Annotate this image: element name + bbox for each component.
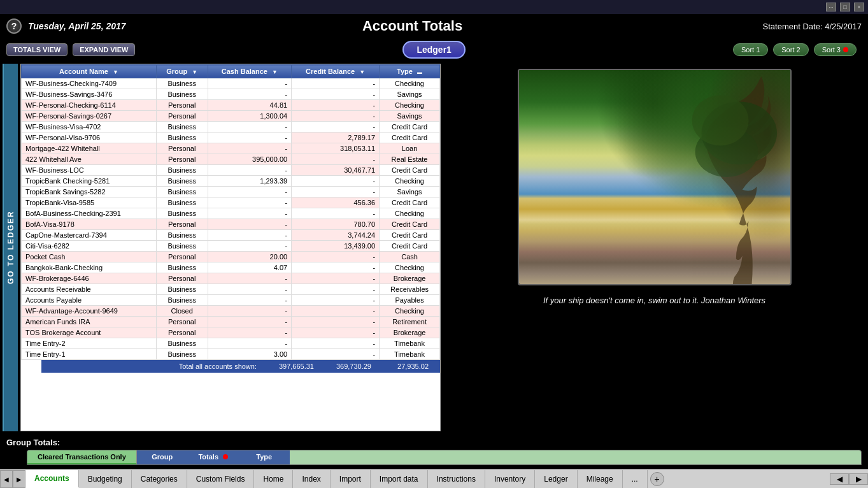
cell-cash: 1,300.04 [208,111,292,122]
table-row[interactable]: Citi-Visa-6282 Business - 13,439.00 Cred… [22,241,440,252]
cell-type: Loan [380,143,440,154]
tab-item-home[interactable]: Home [254,470,293,488]
cell-name: Time Entry-2 [22,338,157,349]
cell-cash: - [208,241,292,252]
cell-credit: - [292,100,380,111]
cell-credit: 780.70 [292,219,380,230]
tab-item-categories[interactable]: Categories [132,470,187,488]
totals-view-button[interactable]: TOTALS VIEW [6,43,68,56]
cell-credit: - [292,111,380,122]
cell-name: TropicBank-Visa-9585 [22,197,157,208]
cell-type: Checking [380,176,440,187]
table-row[interactable]: Accounts Receivable Business - - Receiva… [22,284,440,295]
title-bar: ··· □ × [0,0,868,14]
sort1-button[interactable]: Sort 1 [733,43,768,56]
table-row[interactable]: Bangkok-Bank-Checking Business 4.07 - Ch… [22,262,440,273]
tab-item-budgeting[interactable]: Budgeting [79,470,132,488]
table-row[interactable]: WF-Business-Savings-3476 Business - - Sa… [22,89,440,100]
table-row[interactable]: WF-Advantage-Account-9649 Closed - - Che… [22,306,440,317]
cell-name: Pocket Cash [22,252,157,262]
tab-item-custom-fields[interactable]: Custom Fields [187,470,255,488]
cell-cash: - [208,89,292,100]
col-type[interactable]: Type ▬ [380,65,440,78]
table-row[interactable]: Accounts Payable Business - - Payables [22,295,440,306]
table-row[interactable]: TropicBank Checking-5281 Business 1,293.… [22,176,440,187]
menu-btn[interactable]: ··· [826,3,836,11]
tab-item-ledger[interactable]: Ledger [535,470,577,488]
cell-group: Business [156,176,208,187]
tab-item-index[interactable]: Index [293,470,330,488]
gt-group[interactable]: Group [137,450,188,464]
col-credit-balance[interactable]: Credit Balance ▼ [292,65,380,78]
cell-name: 422 Whitehall Ave [22,154,157,165]
scroll-left-btn[interactable]: ◀ [830,473,849,485]
table-row[interactable]: WF-Personal-Savings-0267 Personal 1,300.… [22,111,440,122]
sort2-button[interactable]: Sort 2 [773,43,808,56]
close-btn[interactable]: × [854,3,864,11]
col-account-name[interactable]: Account Name ▼ [22,65,157,78]
cell-credit: - [292,306,380,317]
tab-item-import[interactable]: Import [331,470,371,488]
table-row[interactable]: TOS Brokerage Account Personal - - Broke… [22,327,440,338]
col-group[interactable]: Group ▼ [156,65,208,78]
table-row[interactable]: BofA-Business-Checking-2391 Business - -… [22,208,440,219]
tab-scroll-area: ◀ ▶ [830,473,868,485]
help-button[interactable]: ? [6,18,22,34]
cell-group: Business [156,187,208,197]
table-row[interactable]: Pocket Cash Personal 20.00 - Cash [22,252,440,262]
cell-name: Citi-Visa-6282 [22,241,157,252]
table-row[interactable]: TropicBank Savings-5282 Business - - Sav… [22,187,440,197]
cell-cash: - [208,273,292,284]
restore-btn[interactable]: □ [840,3,850,11]
table-row[interactable]: WF-Personal-Checking-6114 Personal 44.81… [22,100,440,111]
cell-type: Credit Card [380,197,440,208]
go-to-ledger-panel[interactable]: GO TO LEDGER [3,64,18,431]
cell-group: Business [156,349,208,360]
table-row[interactable]: WF-Business-Checking-7409 Business - - C… [22,78,440,89]
tab-item-mileage[interactable]: Mileage [578,470,623,488]
tab-item-accounts[interactable]: Accounts [25,470,79,488]
cell-group: Personal [156,273,208,284]
table-row[interactable]: CapOne-Mastercard-7394 Business - 3,744.… [22,230,440,241]
col-cash-balance[interactable]: Cash Balance ▼ [208,65,292,78]
table-row[interactable]: Mortgage-422 Whitehall Personal - 318,05… [22,143,440,154]
cell-credit: - [292,122,380,133]
cell-credit: 3,744.24 [292,230,380,241]
gt-totals[interactable]: Totals [188,450,239,464]
cell-type: Checking [380,262,440,273]
cell-type: Payables [380,295,440,306]
tab-item-instructions[interactable]: Instructions [428,470,485,488]
table-row[interactable]: Time Entry-1 Business 3.00 - Timebank [22,349,440,360]
cell-credit: - [292,349,380,360]
sort3-button[interactable]: Sort 3 [814,43,857,56]
tab-item-import-data[interactable]: Import data [371,470,428,488]
cell-group: Business [156,295,208,306]
cell-group: Personal [156,317,208,327]
table-row[interactable]: American Funds IRA Personal - - Retireme… [22,317,440,327]
table-row[interactable]: WF-Business-LOC Business - 30,467.71 Cre… [22,165,440,176]
tab-item-...[interactable]: ... [623,470,648,488]
cell-group: Business [156,338,208,349]
cell-cash: - [208,327,292,338]
table-row[interactable]: WF-Brokerage-6446 Personal - - Brokerage [22,273,440,284]
scroll-right-btn[interactable]: ▶ [849,473,868,485]
cell-cash: - [208,284,292,295]
table-row[interactable]: WF-Personal-Visa-9706 Business - 2,789.1… [22,133,440,143]
gt-cleared[interactable]: Cleared Transactions Only [27,450,137,464]
gt-type[interactable]: Type [239,450,290,464]
table-row[interactable]: WF-Business-Visa-4702 Business - - Credi… [22,122,440,133]
table-row[interactable]: 422 Whitehall Ave Personal 395,000.00 - … [22,154,440,165]
tab-item-inventory[interactable]: Inventory [485,470,535,488]
add-tab-button[interactable]: + [650,472,664,486]
total-credit: 369,730.29 [320,362,378,370]
table-row[interactable]: BofA-Visa-9178 Personal - 780.70 Credit … [22,219,440,230]
cell-name: WF-Business-Checking-7409 [22,78,157,89]
table-row[interactable]: TropicBank-Visa-9585 Business - 456.36 C… [22,197,440,208]
expand-view-button[interactable]: EXPAND VIEW [73,43,135,56]
tab-prev-btn[interactable]: ◀ [0,470,13,488]
table-row[interactable]: Time Entry-2 Business - - Timebank [22,338,440,349]
cell-type: Brokerage [380,327,440,338]
tab-next-btn[interactable]: ▶ [13,470,25,488]
cell-cash: - [208,317,292,327]
ledger-name[interactable]: Ledger1 [402,41,465,59]
